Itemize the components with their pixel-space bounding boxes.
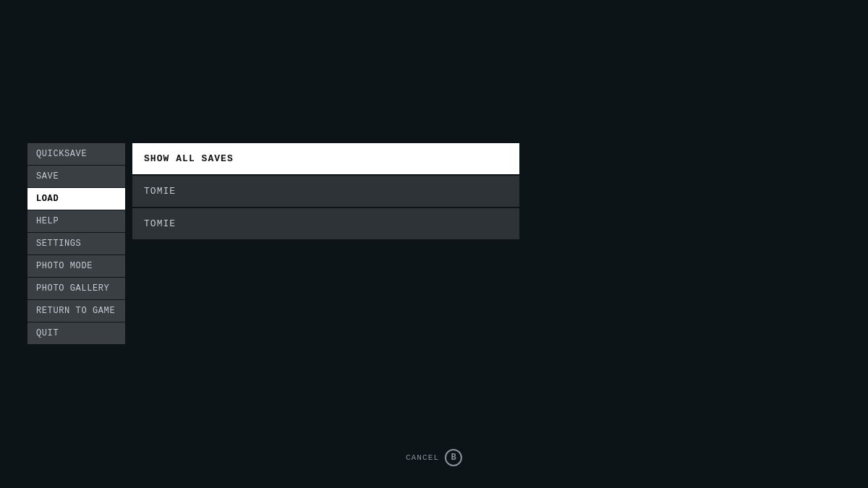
load-panel: SHOW ALL SAVES TOMIE TOMIE [132,143,519,241]
sidebar-item-photo-gallery[interactable]: PHOTO GALLERY [27,278,125,299]
save-item-1[interactable]: TOMIE [132,176,519,207]
sidebar-item-quit[interactable]: QUIT [27,322,125,344]
save-item-2[interactable]: TOMIE [132,208,519,239]
menu-container: QUICKSAVE SAVE LOAD HELP SETTINGS PHOTO … [27,143,519,345]
cancel-b-button[interactable]: B [445,449,462,466]
sidebar: QUICKSAVE SAVE LOAD HELP SETTINGS PHOTO … [27,143,125,345]
show-all-saves-button[interactable]: SHOW ALL SAVES [132,143,519,174]
cancel-label: CANCEL [406,453,439,462]
sidebar-item-save[interactable]: SAVE [27,166,125,187]
sidebar-item-settings[interactable]: SETTINGS [27,233,125,254]
sidebar-item-load[interactable]: LOAD [27,188,125,210]
sidebar-item-quicksave[interactable]: QUICKSAVE [27,143,125,165]
sidebar-item-photo-mode[interactable]: PHOTO MODE [27,255,125,277]
cancel-bar: CANCEL B [406,449,462,466]
sidebar-item-help[interactable]: HELP [27,210,125,232]
sidebar-item-return-to-game[interactable]: RETURN TO GAME [27,300,125,322]
